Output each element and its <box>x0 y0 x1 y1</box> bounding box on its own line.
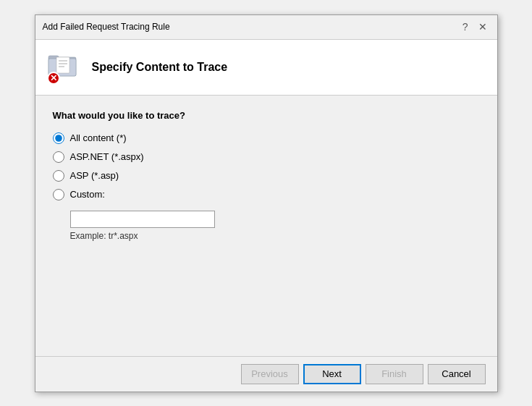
finish-button[interactable]: Finish <box>366 364 423 384</box>
title-bar-controls: ? ✕ <box>460 22 490 32</box>
content-section: What would you like to trace? All conten… <box>35 96 497 356</box>
header-title: Specify Content to Trace <box>92 61 228 74</box>
radio-asp[interactable] <box>53 170 64 182</box>
example-text: Example: tr*.aspx <box>70 231 480 241</box>
radio-all[interactable] <box>53 132 64 144</box>
error-badge-icon: ✕ <box>47 72 60 85</box>
radio-aspnet-label: ASP.NET (*.aspx) <box>70 151 144 162</box>
title-bar: Add Failed Request Tracing Rule ? ✕ <box>35 15 497 40</box>
custom-input[interactable] <box>70 211 215 228</box>
radio-group: All content (*) ASP.NET (*.aspx) ASP (*.… <box>53 132 480 241</box>
custom-input-wrapper: Example: tr*.aspx <box>70 211 480 241</box>
trace-question: What would you like to trace? <box>53 110 480 121</box>
radio-item-asp[interactable]: ASP (*.asp) <box>53 170 480 182</box>
radio-custom[interactable] <box>53 189 64 200</box>
previous-button[interactable]: Previous <box>241 364 299 384</box>
next-button[interactable]: Next <box>303 364 361 384</box>
close-button[interactable]: ✕ <box>476 22 490 32</box>
header-section: ✕ Specify Content to Trace <box>35 40 497 96</box>
radio-all-label: All content (*) <box>70 132 127 143</box>
radio-asp-label: ASP (*.asp) <box>70 170 119 181</box>
radio-custom-label: Custom: <box>70 189 105 200</box>
help-button[interactable]: ? <box>460 22 471 32</box>
svg-rect-3 <box>56 57 69 73</box>
footer-section: Previous Next Finish Cancel <box>35 356 497 392</box>
cancel-button[interactable]: Cancel <box>428 364 486 384</box>
dialog-title: Add Failed Request Tracing Rule <box>43 22 170 32</box>
dialog-container: Add Failed Request Tracing Rule ? ✕ <box>35 14 498 392</box>
radio-item-aspnet[interactable]: ASP.NET (*.aspx) <box>53 151 480 163</box>
radio-item-all[interactable]: All content (*) <box>53 132 480 144</box>
radio-item-custom[interactable]: Custom: <box>53 189 480 200</box>
header-icon: ✕ <box>47 50 82 85</box>
radio-aspnet[interactable] <box>53 151 64 163</box>
